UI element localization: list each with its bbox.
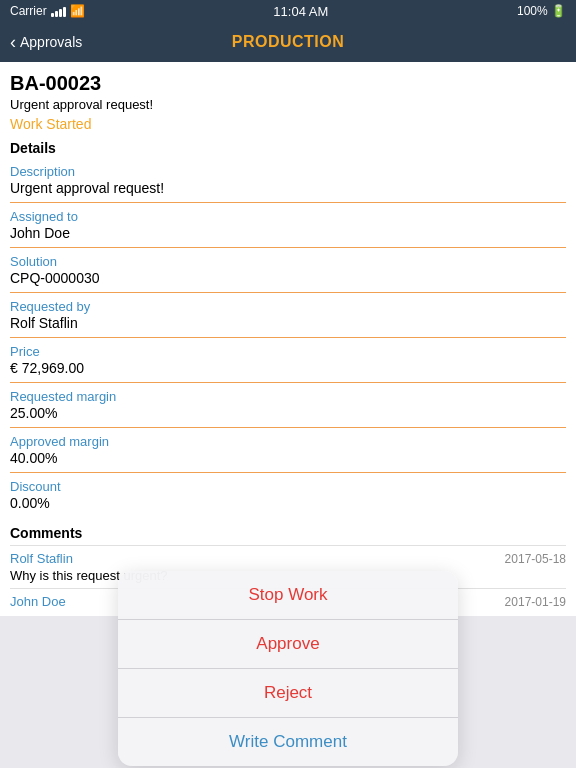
requested-margin-field: Requested margin 25.00% [10,382,566,427]
comment-date: 2017-05-18 [505,552,566,566]
record-id: BA-00023 [10,72,566,95]
write-comment-button[interactable]: Write Comment [118,718,458,766]
assigned-to-label: Assigned to [10,209,566,224]
status-bar: Carrier 📶 11:04 AM 100% 🔋 [0,0,576,22]
assigned-to-field: Assigned to John Doe [10,202,566,247]
discount-label: Discount [10,479,566,494]
requested-margin-value: 25.00% [10,405,566,425]
battery-percent: 100% [517,4,548,18]
stop-work-button[interactable]: Stop Work [118,571,458,620]
description-field: Description Urgent approval request! [10,160,566,202]
description-label: Description [10,164,566,179]
discount-value: 0.00% [10,495,566,515]
chevron-left-icon: ‹ [10,33,16,51]
action-sheet: Stop Work Approve Reject Write Comment [118,571,458,766]
solution-label: Solution [10,254,566,269]
price-label: Price [10,344,566,359]
record-subtitle: Urgent approval request! [10,97,566,112]
status-right: 100% 🔋 [517,4,566,18]
price-value: € 72,969.00 [10,360,566,380]
carrier-label: Carrier [10,4,47,18]
requested-by-field: Requested by Rolf Staflin [10,292,566,337]
details-header: Details [10,140,566,156]
comments-header: Comments [10,525,566,541]
assigned-to-value: John Doe [10,225,566,245]
discount-field: Discount 0.00% [10,472,566,517]
requested-by-label: Requested by [10,299,566,314]
record-status: Work Started [10,116,566,132]
requested-margin-label: Requested margin [10,389,566,404]
nav-bar: ‹ Approvals PRODUCTION [0,22,576,62]
signal-icon [51,5,66,17]
status-time: 11:04 AM [273,4,328,19]
nav-title: PRODUCTION [232,33,345,51]
battery-icon: 🔋 [551,4,566,18]
reject-button[interactable]: Reject [118,669,458,718]
solution-value: CPQ-0000030 [10,270,566,290]
comment-author-row: Rolf Staflin 2017-05-18 [10,551,566,566]
action-sheet-container: Stop Work Approve Reject Write Comment R… [0,571,576,768]
description-value: Urgent approval request! [10,180,566,200]
price-field: Price € 72,969.00 [10,337,566,382]
solution-field: Solution CPQ-0000030 [10,247,566,292]
approved-margin-value: 40.00% [10,450,566,470]
main-content: BA-00023 Urgent approval request! Work S… [0,62,576,616]
back-label: Approvals [20,34,82,50]
status-left: Carrier 📶 [10,4,85,18]
comment-author: Rolf Staflin [10,551,73,566]
requested-by-value: Rolf Staflin [10,315,566,335]
wifi-icon: 📶 [70,4,85,18]
approve-button[interactable]: Approve [118,620,458,669]
back-button[interactable]: ‹ Approvals [10,33,82,51]
approved-margin-field: Approved margin 40.00% [10,427,566,472]
approved-margin-label: Approved margin [10,434,566,449]
